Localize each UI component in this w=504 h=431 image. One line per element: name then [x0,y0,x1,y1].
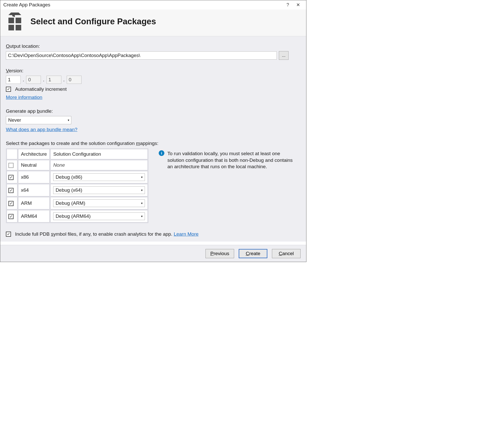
include-pdb-checkbox[interactable]: ✓ [6,232,11,237]
bundle-help-link[interactable]: What does an app bundle mean? [6,127,77,132]
row-arch: x64 [18,184,50,196]
help-button[interactable]: ? [283,2,293,8]
version-revision-input[interactable] [67,76,82,84]
row-arch: ARM64 [18,210,50,222]
version-build-input[interactable] [47,76,61,84]
bundle-section: Generate app bundle: Never ▾ What does a… [6,108,301,132]
table-row: ✓ ARM Debug (ARM)▾ [7,197,148,209]
mappings-section: Select the packages to create and the so… [6,141,301,223]
page-title: Select and Configure Packages [30,17,156,26]
chevron-down-icon: ▾ [141,188,143,192]
svg-rect-2 [8,18,14,23]
package-icon [6,13,24,30]
version-major-input[interactable] [6,76,21,84]
mappings-label: Select the packages to create and the so… [6,141,301,146]
row-checkbox[interactable]: ✓ [8,201,14,206]
pdb-section: ✓ Include full PDB symbol files, if any,… [6,231,301,237]
browse-button[interactable]: ... [279,51,289,60]
bundle-combo[interactable]: Never ▾ [6,116,71,124]
chevron-down-icon: ▾ [141,175,143,179]
window-title: Create App Packages [3,2,50,8]
table-row: ✓ x64 Debug (x64)▾ [7,184,148,196]
row-arch: ARM [18,197,50,209]
version-section: Version: . . . ✓ Automatically increment… [6,68,301,100]
row-config-combo[interactable]: Debug (ARM)▾ [53,199,145,207]
table-row: ✓ x86 Debug (x86)▾ [7,171,148,183]
output-location-label: Output location: [6,43,301,49]
validation-info: i To run validation locally, you must se… [159,148,297,170]
row-checkbox[interactable]: ✓ [8,214,14,219]
svg-rect-3 [16,18,21,23]
version-label: Version: [6,68,301,74]
auto-increment-label: Automatically increment [15,86,67,92]
output-location-section: Output location: ... [6,43,301,60]
wizard-footer: Previous Create Cancel [0,245,306,262]
bundle-label: Generate app bundle: [6,108,301,114]
table-row: ✓ ARM64 Debug (ARM64)▾ [7,210,148,222]
info-icon: i [159,150,164,156]
row-config-combo[interactable]: Debug (ARM64)▾ [53,212,145,220]
title-bar: Create App Packages ? ✕ [0,0,306,9]
packages-table: Architecture Solution Configuration ✓ Ne… [6,148,148,223]
row-config-combo[interactable]: Debug (x64)▾ [53,186,145,194]
auto-increment-checkbox[interactable]: ✓ [6,87,11,92]
row-config-combo[interactable]: Debug (x86)▾ [53,173,145,181]
chevron-down-icon: ▾ [141,214,143,218]
chevron-down-icon: ▾ [68,118,69,122]
svg-marker-1 [12,15,15,17]
wizard-header: Select and Configure Packages [0,9,306,36]
pdb-learn-more-link[interactable]: Learn More [174,231,199,237]
output-location-input[interactable] [6,51,277,60]
col-solution-config: Solution Configuration [50,149,148,159]
row-arch: Neutral [18,160,50,170]
row-config: None [53,162,65,168]
col-architecture: Architecture [18,149,50,159]
row-arch: x86 [18,171,50,183]
create-button[interactable]: Create [239,249,267,258]
row-checkbox[interactable]: ✓ [8,188,14,193]
table-header-row: Architecture Solution Configuration [7,149,148,159]
previous-button[interactable]: Previous [205,249,234,258]
row-checkbox[interactable]: ✓ [8,175,14,180]
close-button[interactable]: ✕ [293,2,303,8]
validation-info-text: To run validation locally, you must sele… [167,150,297,170]
svg-marker-0 [8,13,21,15]
include-pdb-label: Include full PDB symbol files, if any, t… [15,231,199,237]
chevron-down-icon: ▾ [141,201,143,205]
version-minor-input[interactable] [26,76,41,84]
wizard-content: Output location: ... Version: . . . ✓ Au… [0,36,306,242]
table-row: ✓ Neutral None [7,160,148,170]
svg-rect-4 [8,25,14,30]
cancel-button[interactable]: Cancel [272,249,301,258]
more-information-link[interactable]: More information [6,95,42,100]
row-checkbox[interactable]: ✓ [8,163,14,168]
svg-rect-5 [16,25,21,30]
